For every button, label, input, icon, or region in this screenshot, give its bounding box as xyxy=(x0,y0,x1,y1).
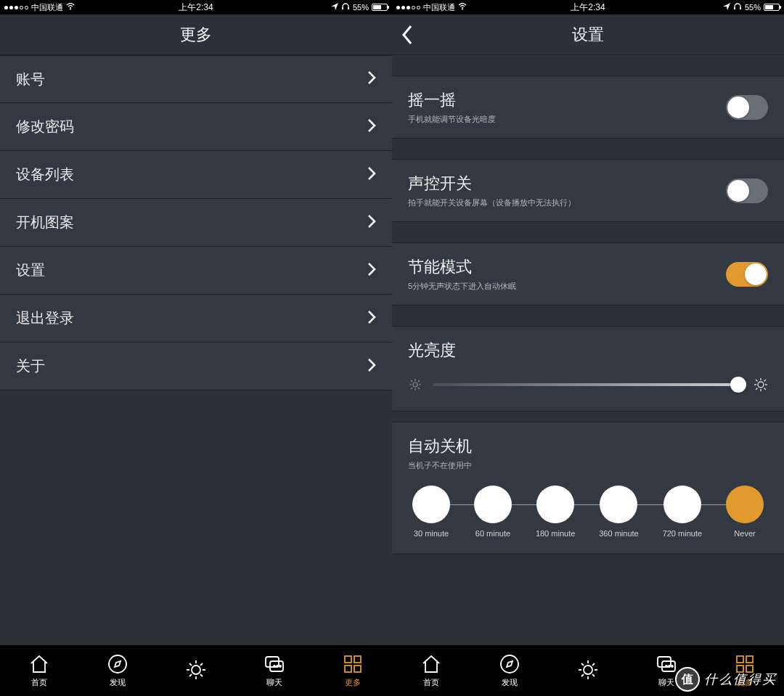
auto-off-option-never[interactable]: Never xyxy=(726,486,764,538)
toggle-shake[interactable] xyxy=(726,95,768,120)
menu-item-account[interactable]: 账号 xyxy=(0,55,392,103)
auto-off-option-360[interactable]: 360 minute xyxy=(599,486,638,538)
page-title: 更多 xyxy=(180,24,212,46)
svg-point-25 xyxy=(671,666,673,667)
setting-subtitle: 手机就能调节设备光暗度 xyxy=(408,114,496,125)
svg-point-18 xyxy=(758,382,764,388)
auto-off-options: 30 minute 60 minute 180 minute 360 minut… xyxy=(408,486,768,538)
auto-off-title: 自动关机 xyxy=(408,435,768,457)
signal-dots-icon xyxy=(396,6,420,9)
slider-thumb[interactable] xyxy=(730,377,746,393)
status-bar: 中国联通 上午2:34 55% xyxy=(392,0,784,15)
toggle-sound-control[interactable] xyxy=(726,179,768,203)
svg-rect-2 xyxy=(348,7,349,9)
auto-off-option-720[interactable]: 720 minute xyxy=(663,486,702,538)
svg-point-0 xyxy=(70,9,71,10)
setting-subtitle: 5分钟无声状态下进入自动休眠 xyxy=(408,281,516,292)
auto-off-option-30[interactable]: 30 minute xyxy=(412,486,450,538)
menu-item-boot-pattern[interactable]: 开机图案 xyxy=(0,199,392,247)
auto-off-option-60[interactable]: 60 minute xyxy=(474,486,512,538)
svg-point-4 xyxy=(192,666,200,674)
page-title: 设置 xyxy=(572,24,604,46)
svg-point-8 xyxy=(277,666,278,667)
brightness-title: 光亮度 xyxy=(408,340,768,361)
svg-rect-1 xyxy=(342,7,343,9)
headphones-icon xyxy=(733,3,742,12)
clock-label: 上午2:34 xyxy=(179,1,213,14)
menu-item-settings[interactable]: 设置 xyxy=(0,247,392,295)
svg-rect-11 xyxy=(354,656,361,663)
svg-rect-28 xyxy=(737,666,743,672)
battery-pct-label: 55% xyxy=(745,3,761,12)
tab-home[interactable]: 首页 xyxy=(392,645,470,696)
tab-brightness[interactable] xyxy=(549,645,627,696)
phone-more-screen: 中国联通 上午2:34 55% 更多 账号 修改密码 xyxy=(0,0,392,696)
status-bar: 中国联通 上午2:34 55% xyxy=(0,0,392,15)
tab-more[interactable]: 更多 xyxy=(314,645,392,696)
phone-settings-screen: 中国联通 上午2:34 55% 设置 xyxy=(392,0,784,696)
back-button[interactable] xyxy=(401,24,414,46)
nav-header: 设置 xyxy=(392,15,784,55)
battery-icon xyxy=(372,4,388,11)
chevron-right-icon xyxy=(367,166,376,184)
setting-shake: 摇一摇 手机就能调节设备光暗度 xyxy=(392,76,784,138)
svg-point-3 xyxy=(109,655,126,673)
svg-rect-29 xyxy=(746,666,753,672)
svg-point-17 xyxy=(413,382,417,387)
signal-dots-icon xyxy=(4,6,28,9)
svg-point-7 xyxy=(274,666,275,667)
wifi-icon xyxy=(66,3,75,12)
tab-home[interactable]: 首页 xyxy=(0,645,78,696)
tab-chat[interactable]: 聊天 xyxy=(627,645,706,696)
tab-discover[interactable]: 发现 xyxy=(470,645,549,696)
tab-discover[interactable]: 发现 xyxy=(78,645,157,696)
setting-auto-off: 自动关机 当机子不在使用中 30 minute 60 minute 180 mi… xyxy=(392,422,784,554)
tab-bar: 首页 发现 聊天 更多 xyxy=(392,645,784,696)
svg-point-20 xyxy=(584,666,592,674)
battery-pct-label: 55% xyxy=(353,3,369,12)
chevron-right-icon xyxy=(367,70,376,88)
menu-item-change-password[interactable]: 修改密码 xyxy=(0,103,392,151)
svg-rect-27 xyxy=(746,656,753,663)
menu-item-about[interactable]: 关于 xyxy=(0,343,392,390)
setting-subtitle: 拍手就能开关设备屏幕（设备播放中无法执行） xyxy=(408,197,576,208)
carrier-label: 中国联通 xyxy=(31,2,63,13)
tab-more[interactable]: 更多 xyxy=(706,645,784,696)
setting-power-saving: 节能模式 5分钟无声状态下进入自动休眠 xyxy=(392,243,784,305)
svg-point-23 xyxy=(666,666,667,667)
auto-off-option-180[interactable]: 180 minute xyxy=(536,486,575,538)
svg-rect-12 xyxy=(345,666,351,672)
brightness-slider[interactable] xyxy=(433,383,743,386)
setting-title: 声控开关 xyxy=(408,173,576,195)
tab-chat[interactable]: 聊天 xyxy=(235,645,314,696)
battery-icon xyxy=(764,4,780,11)
more-menu-list: 账号 修改密码 设备列表 开机图案 设置 退出登录 xyxy=(0,55,392,390)
chevron-right-icon xyxy=(367,310,376,327)
location-icon xyxy=(723,3,730,12)
menu-item-logout[interactable]: 退出登录 xyxy=(0,295,392,343)
tab-bar: 首页 发现 聊天 更多 xyxy=(0,645,392,696)
tab-brightness[interactable] xyxy=(157,645,235,696)
menu-item-device-list[interactable]: 设备列表 xyxy=(0,151,392,199)
chevron-right-icon xyxy=(367,262,376,279)
svg-rect-26 xyxy=(737,656,743,663)
setting-title: 节能模式 xyxy=(408,256,516,278)
nav-header: 更多 xyxy=(0,15,392,55)
chevron-right-icon xyxy=(367,358,376,375)
location-icon xyxy=(331,3,338,12)
svg-point-19 xyxy=(501,655,518,673)
svg-point-14 xyxy=(462,9,463,10)
toggle-power-saving[interactable] xyxy=(726,262,768,287)
auto-off-subtitle: 当机子不在使用中 xyxy=(408,460,768,471)
svg-rect-10 xyxy=(345,656,351,663)
carrier-label: 中国联通 xyxy=(423,2,455,13)
svg-point-9 xyxy=(279,666,281,667)
headphones-icon xyxy=(341,3,350,12)
setting-brightness: 光亮度 xyxy=(392,326,784,412)
chevron-right-icon xyxy=(367,214,376,232)
svg-rect-13 xyxy=(354,666,361,672)
wifi-icon xyxy=(458,3,467,12)
setting-sound-control: 声控开关 拍手就能开关设备屏幕（设备播放中无法执行） xyxy=(392,160,784,221)
chevron-right-icon xyxy=(367,118,376,136)
brightness-high-icon xyxy=(754,377,768,392)
